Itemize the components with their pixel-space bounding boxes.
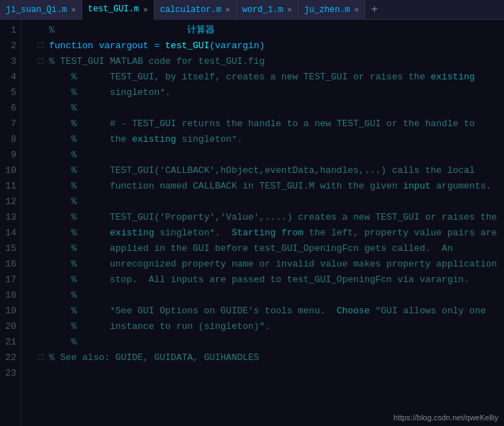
watermark: https://blog.csdn.net/qweKelliy (393, 413, 498, 422)
line-number: 21 (0, 335, 21, 350)
line-number: 5 (0, 85, 21, 101)
tab-bar: ji_suan_Qi.m ✕ test_GUI.m ✕ calculator.m… (0, 0, 504, 20)
line-number: 17 (0, 272, 21, 288)
code-line: % singleton*. (27, 85, 504, 101)
tab-ju-zhen[interactable]: ju_zhen.m ✕ (298, 0, 365, 20)
code-line (27, 366, 504, 381)
tab-close-2[interactable]: ✕ (143, 5, 148, 14)
tab-close-3[interactable]: ✕ (225, 5, 230, 14)
line-number: 1 (0, 23, 21, 38)
tab-close-1[interactable]: ✕ (71, 5, 76, 14)
code-line: % (27, 101, 504, 116)
tab-calculator[interactable]: calculator.m ✕ (155, 0, 237, 20)
tab-label-4: word_1.m (242, 5, 284, 15)
code-line: □ % See also: GUIDE, GUIDATA, GUIHANDLES (27, 350, 504, 366)
tab-label-3: calculator.m (160, 5, 221, 15)
line-numbers: 1234567891011121314151617181920212223 (0, 20, 21, 426)
line-number: 9 (0, 147, 21, 163)
line-number: 3 (0, 54, 21, 69)
tab-label-5: ju_zhen.m (304, 5, 350, 15)
line-number: 19 (0, 303, 21, 319)
code-line: % stop. All inputs are passed to test_GU… (27, 272, 504, 288)
line-number: 6 (0, 101, 21, 116)
code-content[interactable]: % 计算器 □ function varargout = test_GUI(va… (21, 20, 504, 426)
code-line: % (27, 335, 504, 350)
line-number: 11 (0, 179, 21, 194)
code-line: % TEST_GUI('CALLBACK',hObject,eventData,… (27, 163, 504, 179)
line-number: 7 (0, 116, 21, 132)
tab-test-gui[interactable]: test_GUI.m ✕ (82, 0, 155, 20)
code-line: % (27, 147, 504, 163)
line-number: 23 (0, 366, 21, 381)
tab-word1[interactable]: word_1.m ✕ (237, 0, 298, 20)
line-number: 13 (0, 210, 21, 225)
code-line: % TEST_GUI('Property','Value',....) crea… (27, 210, 504, 225)
code-line: % TEST_GUI, by itself, creates a new TES… (27, 69, 504, 85)
line-number: 8 (0, 132, 21, 147)
line-number: 22 (0, 350, 21, 366)
line-number: 12 (0, 194, 21, 210)
line-number: 4 (0, 69, 21, 85)
code-line: % instance to run (singleton)". (27, 319, 504, 335)
code-line: % 计算器 (27, 23, 504, 38)
tab-ji-suan-qi[interactable]: ji_suan_Qi.m ✕ (0, 0, 82, 20)
editor-area: 1234567891011121314151617181920212223 % … (0, 20, 504, 426)
tab-close-5[interactable]: ✕ (354, 5, 359, 14)
code-line: % existing singleton*. Starting from the… (27, 225, 504, 241)
tab-add-button[interactable]: + (365, 4, 383, 16)
line-number: 14 (0, 225, 21, 241)
line-number: 18 (0, 288, 21, 303)
code-line: % the existing singleton*. (27, 132, 504, 147)
code-line: % applied in the GUI before test_GUI_Ope… (27, 241, 504, 257)
code-line: % *See GUI Options on GUIDE's tools menu… (27, 303, 504, 319)
code-line: % (27, 194, 504, 210)
code-line: % unrecognized property name or invalid … (27, 257, 504, 272)
code-line: % function named CALLBACK in TEST_GUI.M … (27, 179, 504, 194)
line-number: 15 (0, 241, 21, 257)
line-number: 20 (0, 319, 21, 335)
code-line: % # - TEST_GUI returns the handle to a n… (27, 116, 504, 132)
line-number: 2 (0, 38, 21, 54)
line-number: 10 (0, 163, 21, 179)
code-line: % (27, 288, 504, 303)
tab-close-4[interactable]: ✕ (287, 5, 292, 14)
code-line: □ function varargout = test_GUI(varargin… (27, 38, 504, 54)
tab-label-2: test_GUI.m (88, 4, 139, 14)
tab-label-1: ji_suan_Qi.m (6, 5, 67, 15)
code-line: □ % TEST_GUI MATLAB code for test_GUI.fi… (27, 54, 504, 69)
line-number: 16 (0, 257, 21, 272)
